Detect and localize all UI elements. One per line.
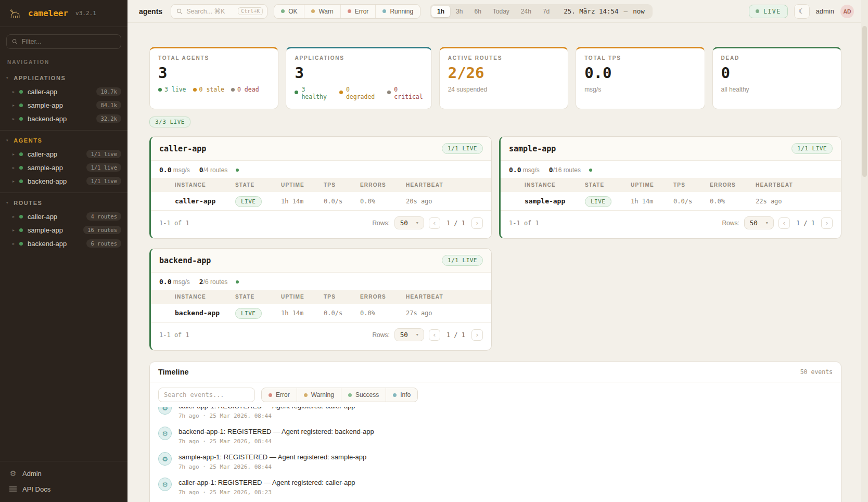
sidebar-item-routes-caller-app[interactable]: ▸ caller-app 4 routes xyxy=(0,210,127,223)
section-label: AGENTS xyxy=(14,137,42,144)
camel-logo-icon xyxy=(8,8,23,19)
chevron-down-icon: ▾ xyxy=(6,201,9,205)
sidebar-item-backend-app[interactable]: ▸ backend-app 32.2k xyxy=(0,112,127,125)
legend-live: 3 live xyxy=(164,86,186,93)
sidebar-filter-input[interactable] xyxy=(22,38,116,45)
app-name: backend-app xyxy=(159,256,211,265)
app-stats-row: 0.0 msg/s 0/16 routes xyxy=(501,161,841,178)
cell-errors: 0.0% xyxy=(706,192,751,211)
scrollbar-thumb[interactable] xyxy=(862,26,867,177)
avatar[interactable]: AD xyxy=(840,5,854,18)
item-label: Admin xyxy=(22,470,42,478)
error-dot-icon xyxy=(348,9,351,13)
table-header-row: INSTANCE STATE UPTIME TPS ERRORS HEARTBE… xyxy=(501,178,841,192)
next-page-button[interactable]: › xyxy=(471,217,483,229)
stat-card-applications: APPLICATIONS 3 3healthy 0degraded 0criti… xyxy=(286,47,431,109)
app-card-header[interactable]: backend-app 1/1 LIVE xyxy=(151,249,491,273)
event-search[interactable] xyxy=(158,388,255,402)
prev-page-button[interactable]: ‹ xyxy=(778,217,790,229)
sidebar-item-caller-app[interactable]: ▸ caller-app 10.7k xyxy=(0,85,127,98)
sidebar-item-routes-sample-app[interactable]: ▸ sample-app 16 routes xyxy=(0,223,127,237)
chevron-right-icon: ▸ xyxy=(12,179,15,184)
sidebar-item-api-docs[interactable]: API Docs xyxy=(0,481,127,497)
filter-running-button[interactable]: Running xyxy=(375,5,420,18)
sidebar-item-agent-caller-app[interactable]: ▸ caller-app 1/1 live xyxy=(0,147,127,161)
chevron-right-icon: ▸ xyxy=(12,214,15,219)
next-page-button[interactable]: › xyxy=(821,217,833,229)
chevron-down-icon: ▾ xyxy=(416,221,418,225)
filter-warn-button[interactable]: Warn xyxy=(304,5,340,18)
sidebar-filter[interactable] xyxy=(6,34,121,49)
event-item[interactable]: ⚙ backend-app-1: REGISTERED — Agent regi… xyxy=(158,427,833,445)
routes-total: /4 routes xyxy=(203,166,228,174)
page-scrollbar[interactable] xyxy=(861,0,868,502)
app-layout: cameleer v3.2.1 NAVIGATION ▾ APPLICATION… xyxy=(0,0,868,502)
sidebar-section-agents: ▾ AGENTS ▸ caller-app 1/1 live ▸ sample-… xyxy=(0,130,127,192)
live-count-badge: 1/1 LIVE xyxy=(442,255,483,266)
stat-value: 0.0 xyxy=(584,66,696,81)
col-instance: INSTANCE xyxy=(520,178,581,192)
sidebar-item-routes-backend-app[interactable]: ▸ backend-app 6 routes xyxy=(0,237,127,250)
app-card-header[interactable]: sample-app 1/1 LIVE xyxy=(501,137,841,161)
legend-num: 0 xyxy=(394,86,398,93)
table-row[interactable]: sample-app LIVE 1h 14m 0.0/s 0.0% 22s ag… xyxy=(501,192,841,211)
cell-heartbeat: 20s ago xyxy=(402,192,491,211)
range-3h-button[interactable]: 3h xyxy=(450,6,468,17)
sidebar-item-agent-sample-app[interactable]: ▸ sample-app 1/1 live xyxy=(0,161,127,174)
table-row[interactable]: backend-app LIVE 1h 14m 0.0/s 0.0% 27s a… xyxy=(151,304,491,323)
rows-per-page-select[interactable]: 50 ▾ xyxy=(744,216,774,229)
section-header-applications[interactable]: ▾ APPLICATIONS xyxy=(0,72,127,85)
filter-error-button[interactable]: Error xyxy=(340,5,376,18)
item-badge: 16 routes xyxy=(83,226,121,234)
row-range: 1-1 of 1 xyxy=(159,220,189,227)
cell-tps: 0.0/s xyxy=(320,192,356,211)
chevron-down-icon: ▾ xyxy=(6,76,9,80)
event-item[interactable]: ⚙ caller-app-1: REGISTERED — Agent regis… xyxy=(158,407,833,419)
filter-error-button[interactable]: Error xyxy=(262,388,297,402)
prev-page-button[interactable]: ‹ xyxy=(429,217,440,229)
range-7d-button[interactable]: 7d xyxy=(537,6,555,17)
prev-page-button[interactable]: ‹ xyxy=(429,329,440,341)
filter-info-button[interactable]: Info xyxy=(386,388,417,402)
filter-ok-button[interactable]: OK xyxy=(274,5,304,18)
section-header-routes[interactable]: ▾ ROUTES xyxy=(0,197,127,210)
sidebar-item-agent-backend-app[interactable]: ▸ backend-app 1/1 live xyxy=(0,174,127,188)
range-1h-button[interactable]: 1h xyxy=(431,6,450,17)
filter-label: Warn xyxy=(318,8,333,15)
timeline-header: Timeline 50 events xyxy=(150,362,841,382)
event-list[interactable]: ⚙ caller-app-1: REGISTERED — Agent regis… xyxy=(150,407,841,502)
rows-per-page-select[interactable]: 50 ▾ xyxy=(394,216,424,229)
event-search-input[interactable] xyxy=(164,391,249,398)
chevron-right-icon: ▸ xyxy=(12,228,15,233)
routes-total: /16 routes xyxy=(553,166,581,174)
range-24h-button[interactable]: 24h xyxy=(515,6,537,17)
app-card-header[interactable]: caller-app 1/1 LIVE xyxy=(151,137,491,161)
event-item[interactable]: ⚙ sample-app-1: REGISTERED — Agent regis… xyxy=(158,452,833,470)
event-item[interactable]: ⚙ caller-app-1: REGISTERED — Agent regis… xyxy=(158,478,833,496)
rows-per-page-select[interactable]: 50 ▾ xyxy=(394,328,424,341)
global-search[interactable]: Ctrl+K xyxy=(171,4,267,19)
sidebar-item-sample-app[interactable]: ▸ sample-app 84.1k xyxy=(0,98,127,112)
status-dot xyxy=(19,179,23,183)
time-range-display[interactable]: 25. März 14:54 — now xyxy=(555,7,650,15)
chevron-down-icon: ▾ xyxy=(416,332,418,337)
table-header-row: INSTANCE STATE UPTIME TPS ERRORS HEARTBE… xyxy=(151,290,491,304)
range-6h-button[interactable]: 6h xyxy=(468,6,487,17)
filter-success-button[interactable]: Success xyxy=(341,388,386,402)
next-page-button[interactable]: › xyxy=(471,329,483,341)
app-card-caller-app: caller-app 1/1 LIVE 0.0 msg/s 0/4 routes xyxy=(149,136,492,239)
search-input[interactable] xyxy=(186,8,234,15)
sidebar-item-admin[interactable]: ⚙ Admin xyxy=(0,466,127,481)
gear-event-icon: ⚙ xyxy=(158,478,172,491)
stale-dot-icon xyxy=(193,88,197,92)
table-row[interactable]: caller-app LIVE 1h 14m 0.0/s 0.0% 20s ag… xyxy=(151,192,491,211)
chevron-right-icon: ▸ xyxy=(12,152,15,157)
range-today-button[interactable]: Today xyxy=(487,6,515,17)
rows-value: 50 xyxy=(400,331,408,339)
section-header-agents[interactable]: ▾ AGENTS xyxy=(0,134,127,147)
state-badge: LIVE xyxy=(235,308,262,319)
theme-toggle-button[interactable]: ☾ xyxy=(794,4,810,19)
username: admin xyxy=(816,7,834,15)
dead-dot-icon xyxy=(231,88,235,92)
filter-warning-button[interactable]: Warning xyxy=(297,388,341,402)
